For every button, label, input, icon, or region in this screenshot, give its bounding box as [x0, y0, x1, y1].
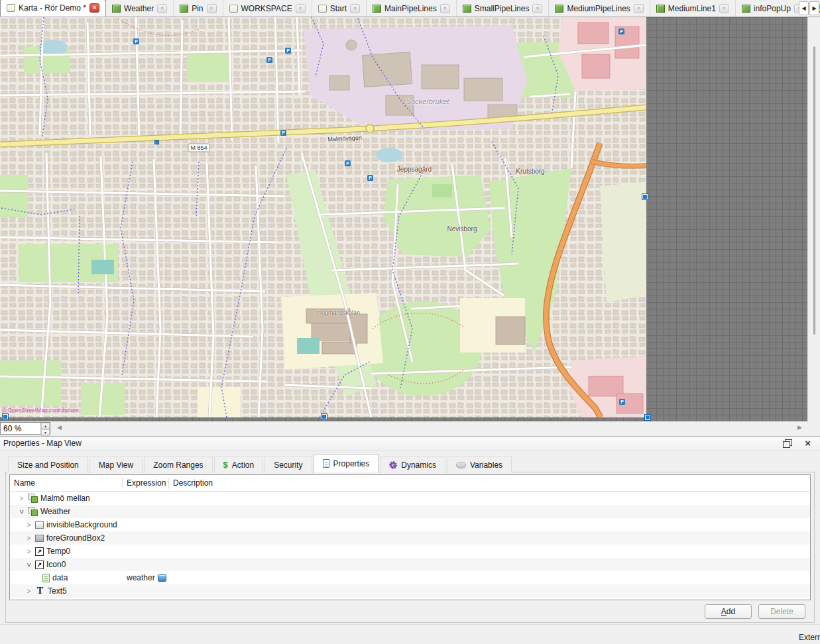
row-name: Weather [40, 507, 70, 516]
tab-mainpipelines[interactable]: MainPipeLines× [367, 0, 457, 17]
zoom-level-input[interactable] [1, 423, 40, 434]
column-header-name[interactable]: Name [10, 478, 123, 489]
close-tab-icon[interactable]: × [89, 3, 99, 13]
properties-icon [323, 459, 329, 468]
tab-pin[interactable]: Pin× [174, 0, 223, 17]
expand-icon[interactable]: > [18, 495, 25, 502]
tab-label: Dynamics [401, 460, 436, 470]
selection-handle[interactable] [645, 415, 650, 420]
collapse-icon[interactable]: > [18, 508, 25, 515]
close-tab-icon[interactable]: × [634, 4, 644, 13]
tab-label: Start [330, 4, 347, 13]
tab-label: MainPipeLines [384, 4, 437, 13]
tab-karta-r-r-demo[interactable]: Karta - Rör Demo *× [0, 0, 106, 17]
zoom-level-control: ▲ ▼ [0, 422, 50, 435]
selection-handle[interactable] [322, 414, 327, 419]
tab-weather[interactable]: Weather× [106, 0, 174, 17]
close-tab-icon[interactable]: × [440, 4, 450, 13]
table-row-weather[interactable]: >Weather [10, 505, 810, 518]
collapse-icon[interactable]: > [25, 561, 32, 568]
spin-up-icon[interactable]: ▲ [41, 423, 50, 429]
row-name: Malmö mellan [40, 494, 90, 503]
tab-mediumpipelines[interactable]: MediumPipeLines× [549, 0, 650, 17]
properties-tab-strip: Size and PositionMap ViewZoom Ranges$Act… [8, 454, 513, 472]
parking-icon: P [618, 28, 624, 34]
tab-map-view[interactable]: Map View [89, 456, 143, 472]
properties-tab-page: Name Expression Description >Malmö mella… [5, 472, 815, 623]
parking-icon: P [367, 175, 373, 181]
tab-scroll-left-icon[interactable]: ◀ [799, 1, 809, 15]
close-tab-icon[interactable]: × [207, 4, 217, 13]
close-tab-icon[interactable]: × [157, 4, 167, 13]
dynamic-icon: ↗ [35, 547, 44, 556]
close-tab-icon[interactable]: × [350, 4, 360, 13]
map-icon [656, 5, 665, 13]
tab-scroll-buttons: ◀ ▶ [799, 1, 819, 15]
map-icon [742, 5, 750, 13]
delete-button[interactable]: Delete [758, 604, 805, 619]
table-row-temp0[interactable]: >↗Temp0 [10, 545, 810, 558]
tab-label: Karta - Rör Demo * [19, 3, 86, 13]
properties-panel-titlebar: Properties - Map View × [0, 437, 820, 451]
close-panel-icon[interactable]: × [805, 437, 811, 450]
column-header-description[interactable]: Description [169, 478, 810, 489]
window-icon [229, 5, 238, 13]
row-name: Temp0 [46, 547, 70, 556]
close-tab-icon[interactable]: × [296, 4, 306, 13]
tab-smallpipelines[interactable]: SmallPipeLines× [457, 0, 550, 17]
group-icon [28, 507, 38, 516]
tab-workspace[interactable]: WORKSPACE× [223, 0, 312, 17]
parking-icon: P [285, 48, 291, 54]
spin-down-icon[interactable]: ▼ [41, 429, 50, 436]
tab-variables[interactable]: Variables [447, 456, 512, 472]
properties-panel: Properties - Map View × Size and Positio… [0, 436, 820, 624]
selection-handle[interactable] [642, 194, 648, 199]
table-row-malm-mellan[interactable]: >Malmö mellan [10, 492, 810, 505]
design-grid-canvas[interactable]: SockerbruketMalmövägenM 854JeppsagårdKru… [0, 17, 807, 421]
selection-handle[interactable] [3, 414, 8, 419]
close-tab-icon[interactable]: × [719, 4, 729, 13]
add-button[interactable]: Add [705, 604, 752, 619]
expand-icon[interactable]: > [25, 521, 32, 529]
dynamics-icon [389, 461, 397, 469]
table-row-icon0[interactable]: >↗Icon0 [10, 558, 810, 571]
expand-icon[interactable]: > [25, 535, 32, 542]
tab-properties[interactable]: Properties [314, 454, 379, 472]
document-icon [42, 574, 50, 582]
vertical-scrollbar[interactable] [807, 17, 820, 421]
row-name: foreGroundBox2 [46, 533, 105, 543]
properties-tree-table: Name Expression Description >Malmö mella… [9, 474, 811, 600]
tab-action[interactable]: $Action [214, 456, 264, 472]
tab-size-and-position[interactable]: Size and Position [8, 456, 88, 472]
map-view-object[interactable]: SockerbruketMalmövägenM 854JeppsagårdKru… [0, 17, 646, 417]
vertical-scrollbar-thumb[interactable] [813, 46, 815, 335]
table-row-foregroundbox2[interactable]: >foreGroundBox2 [10, 531, 810, 545]
tab-dynamics[interactable]: Dynamics [380, 456, 445, 472]
column-header-expression[interactable]: Expression [123, 478, 169, 489]
tab-zoom-ranges[interactable]: Zoom Ranges [144, 456, 212, 472]
tab-scroll-right-icon[interactable]: ▶ [809, 1, 819, 15]
window-icon [7, 4, 15, 12]
scroll-left-icon[interactable]: ◀ [57, 424, 62, 431]
tab-start[interactable]: Start× [312, 0, 367, 17]
text-icon: T [35, 586, 45, 596]
map-icon [555, 5, 563, 13]
table-row-text5[interactable]: >TText5 [10, 584, 810, 598]
panel-title-text: Properties - Map View [3, 439, 82, 448]
expand-icon[interactable]: > [25, 548, 32, 555]
float-window-icon[interactable] [783, 439, 792, 448]
status-bar-text: Extern [799, 633, 820, 642]
map-icon [373, 5, 381, 13]
expand-icon[interactable]: > [25, 588, 32, 595]
database-icon [158, 574, 166, 582]
parking-icon: P [266, 57, 272, 63]
map-attribution: © OpenStreetMap contributors [2, 407, 78, 413]
tab-security[interactable]: Security [264, 456, 312, 472]
table-row-invisiblebackground[interactable]: >invisibleBackground [10, 518, 810, 531]
table-row-data[interactable]: dataweather [10, 571, 810, 584]
row-name: data [52, 573, 68, 582]
tab-mediumline1[interactable]: MediumLine1× [650, 0, 736, 17]
scroll-right-icon[interactable]: ▶ [797, 424, 802, 431]
close-tab-icon[interactable]: × [532, 4, 542, 13]
horizontal-scrollbar[interactable]: ◀ ▶ ▲ ▼ [0, 421, 820, 436]
